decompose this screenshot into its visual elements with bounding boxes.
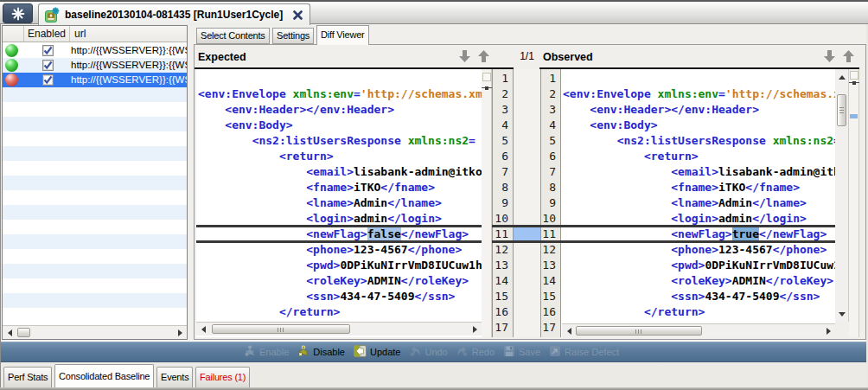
observed-hscrollbar-thumb[interactable] <box>576 326 702 336</box>
observed-vscrollbar[interactable] <box>835 69 849 322</box>
expected-code-editor[interactable]: <env:Envelope xmlns:env='http://schemas.… <box>196 69 482 337</box>
expected-hscrollbar[interactable] <box>196 322 482 336</box>
line-number: 3 <box>541 102 560 118</box>
code-line: <pwd>0DPiKuNIrrVmD8IUCuw1h <box>563 258 835 273</box>
url-cell: http://{{WSSERVER}}:{{WSP <box>71 73 187 87</box>
previous-diff-icon[interactable] <box>842 49 855 63</box>
close-tab-icon[interactable] <box>293 10 303 20</box>
scroll-right-icon[interactable] <box>822 325 834 337</box>
code-line: <ssn>434-47-5409</ssn> <box>563 289 835 304</box>
code-line <box>198 71 482 86</box>
table-empty-row <box>3 293 187 308</box>
tab-events[interactable]: Events <box>156 367 193 387</box>
document-tab[interactable]: baseline20130104-081435 [Run1User1Cycle] <box>38 3 310 25</box>
code-line: <roleKey>ADMIN</roleKey> <box>198 273 482 289</box>
code-line: <roleKey>ADMIN</roleKey> <box>563 273 835 289</box>
tab-diff-viewer[interactable]: Diff Viewer <box>316 25 369 45</box>
scroll-left-icon[interactable] <box>563 325 575 337</box>
column-header-enabled[interactable]: Enabled <box>24 26 70 42</box>
table-row[interactable]: http://{{WSSERVER}}:{{WSP <box>3 58 187 73</box>
line-number: 8 <box>493 180 513 195</box>
column-header-url[interactable]: url <box>70 26 187 42</box>
diff-position-marker[interactable] <box>850 114 858 118</box>
bottom-tab-bar: Perf StatsConsolidated BaselineEventsFai… <box>0 362 868 387</box>
tab-failures-1-[interactable]: Failures (1) <box>195 367 250 387</box>
enable-button: Enable <box>244 345 289 359</box>
toolbar-button-label: Disable <box>313 347 345 357</box>
code-line: <env:Envelope xmlns:env='http://schemas.… <box>198 86 482 102</box>
observed-overview-knob-icon[interactable] <box>849 80 859 85</box>
line-number: 16 <box>541 304 560 320</box>
app-menu-button[interactable] <box>3 3 33 23</box>
left-table-hscrollbar[interactable] <box>3 325 187 339</box>
observed-vscrollbar-thumb[interactable] <box>837 94 846 126</box>
enabled-checkbox[interactable] <box>42 45 54 56</box>
column-header-status[interactable] <box>3 26 24 42</box>
scroll-right-icon[interactable] <box>469 323 481 336</box>
table-empty-row <box>3 87 187 102</box>
left-table-hscrollbar-thumb[interactable] <box>17 328 30 337</box>
diff-region-bottom-line <box>492 240 835 243</box>
redo-button: Redo <box>456 345 495 359</box>
tab-select-contents[interactable]: Select Contents <box>196 28 270 44</box>
code-line: <email>lisabank-admin@itko <box>563 164 835 180</box>
scroll-right-icon[interactable] <box>174 327 186 339</box>
expected-overview-strip <box>482 69 492 337</box>
code-line <box>563 71 835 86</box>
toolbar-button-label: Redo <box>472 347 495 357</box>
document-tab-title: baseline20130104-081435 [Run1User1Cycle] <box>65 9 283 21</box>
baseline-document-icon <box>44 7 60 23</box>
code-line: <env:Body> <box>563 118 835 133</box>
observed-code-editor[interactable]: <env:Envelope xmlns:env='http://schemas.… <box>562 69 835 337</box>
line-number: 13 <box>493 258 513 273</box>
disable-icon <box>297 345 310 359</box>
next-diff-icon[interactable] <box>458 49 471 63</box>
diff-center-gap <box>514 69 540 337</box>
table-empty-row <box>3 161 187 176</box>
previous-diff-icon[interactable] <box>477 49 490 63</box>
observed-overview-strip <box>849 69 859 337</box>
save-button: Save <box>503 345 540 359</box>
diff-line-marker-cell <box>514 227 540 240</box>
diff-viewer-panel: Expected <env:Envelope xmlns:env='http:/… <box>194 44 866 340</box>
disable-button[interactable]: Disable <box>297 345 345 359</box>
line-number: 4 <box>493 118 513 133</box>
enabled-checkbox[interactable] <box>42 60 54 71</box>
next-diff-icon[interactable] <box>823 49 836 63</box>
table-body: http://{{WSSERVER}}:{{WSPhttp://{{WSSERV… <box>3 43 187 325</box>
tab-settings[interactable]: Settings <box>272 28 314 44</box>
tab-perf-stats[interactable]: Perf Stats <box>3 367 52 387</box>
code-line: <fname>iTKO</fname> <box>198 180 482 195</box>
expected-overview-knob-icon[interactable] <box>482 86 492 90</box>
line-number: 5 <box>541 133 560 149</box>
line-number: 17 <box>493 320 513 336</box>
line-number: 5 <box>493 133 513 149</box>
scroll-left-icon[interactable] <box>3 327 16 339</box>
scroll-down-icon[interactable] <box>836 308 848 320</box>
observed-pane-title: Observed <box>543 51 593 63</box>
save-icon <box>503 345 515 359</box>
code-line: <ns2:listUsersResponse xmlns:ns2= <box>563 133 835 149</box>
code-line: <ssn>434-47-5409</ssn> <box>198 289 482 304</box>
line-number: 1 <box>493 71 513 86</box>
observed-overview-square-icon[interactable] <box>850 71 858 80</box>
table-row[interactable]: http://{{WSSERVER}}:{{WSP <box>3 43 187 58</box>
code-line: <return> <box>198 149 482 164</box>
raise-defect-button: Raise Defect <box>549 345 619 359</box>
table-empty-row <box>3 234 187 249</box>
line-number: 4 <box>541 118 560 133</box>
scroll-left-icon[interactable] <box>197 323 209 336</box>
diff-match-counter: 1/1 <box>514 50 540 62</box>
enabled-checkbox[interactable] <box>42 74 54 86</box>
expected-hscrollbar-thumb[interactable] <box>212 324 350 334</box>
green-status-icon <box>5 59 18 72</box>
update-button[interactable]: Update <box>354 345 400 359</box>
expected-overview-square-icon[interactable] <box>482 73 491 81</box>
observed-hscrollbar[interactable] <box>562 323 835 337</box>
table-row[interactable]: http://{{WSSERVER}}:{{WSP <box>3 73 187 87</box>
code-line: <fname>iTKO</fname> <box>563 180 835 195</box>
scroll-up-icon[interactable] <box>836 71 848 83</box>
table-empty-row <box>3 264 187 278</box>
code-line: <env:Header></env:Header> <box>563 102 835 118</box>
tab-consolidated-baseline[interactable]: Consolidated Baseline <box>54 364 154 387</box>
